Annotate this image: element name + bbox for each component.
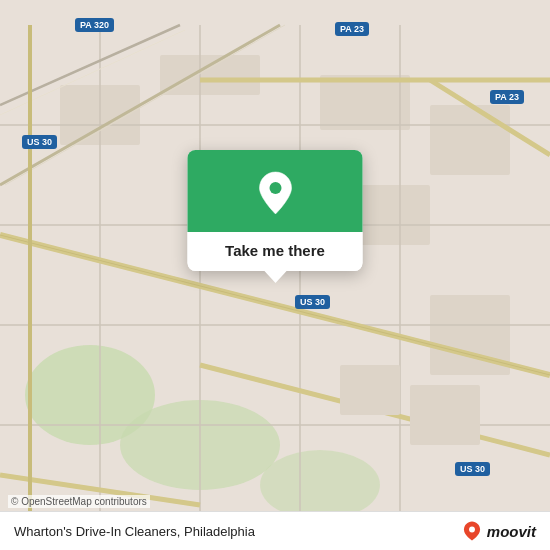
- svg-rect-6: [320, 75, 410, 130]
- osm-copyright: © OpenStreetMap contributors: [8, 495, 150, 508]
- popup-green-section: [188, 150, 363, 232]
- popup-label[interactable]: Take me there: [188, 232, 363, 271]
- road-badge-us30-left: US 30: [22, 135, 57, 149]
- road-badge-pa320: PA 320: [75, 18, 114, 32]
- svg-rect-30: [410, 385, 480, 445]
- svg-rect-7: [430, 105, 510, 175]
- bottom-bar: Wharton's Drive-In Cleaners, Philadelphi…: [0, 511, 550, 550]
- svg-rect-29: [340, 365, 400, 415]
- road-badge-us30-mid: US 30: [295, 295, 330, 309]
- svg-point-32: [469, 527, 475, 533]
- road-badge-us30-bottom: US 30: [455, 462, 490, 476]
- location-pin-icon: [250, 168, 300, 218]
- svg-rect-5: [160, 55, 260, 95]
- road-badge-pa23-right: PA 23: [490, 90, 524, 104]
- moovit-logo: moovit: [461, 520, 536, 542]
- svg-point-31: [269, 182, 281, 194]
- moovit-brand-text: moovit: [487, 523, 536, 540]
- popup-card[interactable]: Take me there: [188, 150, 363, 271]
- svg-rect-8: [360, 185, 430, 245]
- road-badge-pa23-top: PA 23: [335, 22, 369, 36]
- location-text: Wharton's Drive-In Cleaners, Philadelphi…: [14, 524, 255, 539]
- map-container: PA 320 US 30 PA 23 PA 23 US 30 US 30 © O…: [0, 0, 550, 550]
- moovit-logo-icon: [461, 520, 483, 542]
- svg-point-3: [260, 450, 380, 520]
